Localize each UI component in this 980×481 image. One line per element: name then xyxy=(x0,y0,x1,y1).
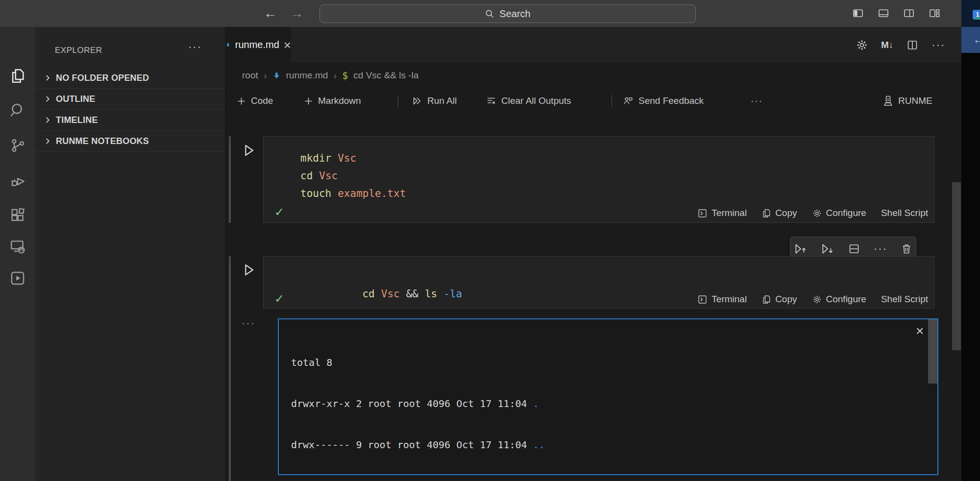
send-feedback-button[interactable]: Send Feedback xyxy=(622,88,704,114)
tab-label: runme.md xyxy=(235,39,279,50)
history-back-icon[interactable]: ← xyxy=(264,4,277,22)
tab-runme-md[interactable]: runme.md × xyxy=(225,27,291,63)
runme-logo-icon xyxy=(882,95,894,107)
output-line: -rw-r--r-- 1 root root 0 Oct 17 11:04 ex… xyxy=(291,479,598,481)
output-more-actions-icon[interactable]: ··· xyxy=(242,317,255,330)
output-scrollbar[interactable] xyxy=(928,319,937,384)
shell-symbol: $ xyxy=(342,70,348,81)
play-icon xyxy=(241,142,257,159)
run-debug-icon[interactable] xyxy=(0,165,35,198)
notebook-scrollbar[interactable] xyxy=(952,182,961,350)
gear-icon xyxy=(812,208,822,218)
run-all-button[interactable]: Run All xyxy=(411,88,457,114)
cell-language-label[interactable]: Shell Script xyxy=(881,294,928,305)
markdown-preview-icon[interactable]: M↓ xyxy=(881,40,893,50)
toolbar-more-actions-icon[interactable]: ··· xyxy=(751,88,763,114)
activity-bar xyxy=(0,27,35,481)
close-output-icon[interactable]: × xyxy=(916,323,924,339)
delete-cell-icon[interactable] xyxy=(901,243,912,255)
sidebar-section-runme-notebooks[interactable]: RUNME NOTEBOOKS xyxy=(35,131,225,152)
sidebar-section-timeline[interactable]: TIMELINE xyxy=(35,110,225,131)
toggle-panel-icon[interactable] xyxy=(877,7,890,19)
runme-file-icon xyxy=(225,40,231,50)
success-check-icon: ✓ xyxy=(274,292,284,306)
tab-bar: runme.md × M↓ ··· xyxy=(225,27,961,63)
add-code-cell-button[interactable]: Code xyxy=(236,88,273,114)
run-cell-button[interactable] xyxy=(241,262,257,278)
customize-layout-icon[interactable] xyxy=(928,7,941,19)
split-editor-icon[interactable] xyxy=(906,39,919,51)
editor-group: runme.md × M↓ ··· root › xyxy=(225,27,961,481)
run-cell-button[interactable] xyxy=(241,142,257,159)
notebook-toolbar: Code Markdown Run All Clear All Outputs xyxy=(225,88,961,114)
code-cell[interactable]: cdVsc&&ls-la ✓ Terminal Copy xyxy=(263,256,934,309)
run-cells-above-icon[interactable] xyxy=(794,242,808,255)
toolbar-divider xyxy=(398,95,398,107)
breadcrumb-command[interactable]: cd Vsc && ls -la xyxy=(353,70,418,81)
title-bar: ← → Search xyxy=(0,0,961,27)
toolbar-divider xyxy=(612,95,612,107)
sidebar-more-actions-icon[interactable]: ··· xyxy=(188,41,202,53)
source-control-icon[interactable] xyxy=(0,129,35,162)
copy-icon xyxy=(761,208,771,218)
run-cells-below-icon[interactable] xyxy=(821,242,834,255)
terminal-button[interactable]: Terminal xyxy=(697,208,747,218)
copy-button[interactable]: Copy xyxy=(761,294,797,305)
toggle-primary-sidebar-icon[interactable] xyxy=(852,7,864,19)
extensions-icon[interactable] xyxy=(0,199,35,232)
code-cell[interactable]: mkdirVsc cdVsc touchexample.txt ✓ Termin… xyxy=(263,136,934,223)
search-label: Search xyxy=(499,8,530,20)
cell-status-bar: Terminal Copy xyxy=(697,294,928,305)
chevron-right-icon xyxy=(43,73,52,82)
breadcrumb-root[interactable]: root xyxy=(242,70,258,81)
command-center-search[interactable]: Search xyxy=(319,4,696,23)
search-sidebar-icon[interactable] xyxy=(0,94,35,127)
sidebar-section-outline[interactable]: OUTLINE xyxy=(35,89,225,110)
success-check-icon: ✓ xyxy=(274,205,284,219)
history-forward-icon[interactable]: → xyxy=(290,4,303,22)
gear-icon[interactable] xyxy=(856,39,868,51)
output-line: drwx------ 9 root root 4096 Oct 17 11:04… xyxy=(291,438,598,452)
copy-button[interactable]: Copy xyxy=(761,208,797,218)
sidebar-section-no-folder-opened[interactable]: NO FOLDER OPENED xyxy=(35,68,225,89)
remote-explorer-icon[interactable] xyxy=(0,230,35,263)
feedback-icon xyxy=(622,96,634,106)
calendar-icon: 1 xyxy=(973,10,980,20)
cell-code[interactable]: cdVsc&&ls-la xyxy=(300,267,462,320)
plus-icon xyxy=(303,96,314,106)
clear-all-icon xyxy=(486,96,497,106)
cell-status-bar: Terminal Copy xyxy=(697,208,928,218)
chevron-icon: › xyxy=(264,70,267,81)
notebook-area: mkdirVsc cdVsc touchexample.txt ✓ Termin… xyxy=(225,114,961,481)
search-icon xyxy=(485,9,494,19)
terminal-button[interactable]: Terminal xyxy=(697,294,747,305)
tab-close-icon[interactable]: × xyxy=(284,40,291,50)
runme-brand-button[interactable]: RUNME xyxy=(882,88,932,114)
adjacent-window-edge: 1 ← xyxy=(961,0,980,481)
toggle-secondary-sidebar-icon[interactable] xyxy=(903,7,915,19)
chevron-right-icon xyxy=(43,137,52,145)
output-line: total 8 xyxy=(291,356,598,369)
cell-code[interactable]: mkdirVsc cdVsc touchexample.txt xyxy=(300,149,406,202)
chevron-right-icon xyxy=(43,116,52,124)
editor-more-actions-icon[interactable]: ··· xyxy=(931,39,945,51)
runme-notebooks-icon[interactable] xyxy=(0,262,35,295)
explorer-icon[interactable] xyxy=(0,59,35,93)
split-cell-icon[interactable] xyxy=(848,243,860,255)
terminal-output-text: total 8 drwxr-xr-x 2 root root 4096 Oct … xyxy=(291,328,598,481)
cell-more-actions-icon[interactable]: ··· xyxy=(874,242,887,255)
chevron-icon: › xyxy=(333,70,337,81)
cell-focus-indicator xyxy=(229,256,231,481)
gear-icon xyxy=(812,294,822,305)
terminal-output[interactable]: total 8 drwxr-xr-x 2 root root 4096 Oct … xyxy=(278,318,938,475)
add-markdown-cell-button[interactable]: Markdown xyxy=(303,88,361,114)
configure-button[interactable]: Configure xyxy=(812,294,866,305)
plus-icon xyxy=(236,96,246,106)
browser-back-icon: ← xyxy=(973,32,980,47)
run-all-icon xyxy=(411,96,423,106)
configure-button[interactable]: Configure xyxy=(812,208,866,218)
clear-all-outputs-button[interactable]: Clear All Outputs xyxy=(486,88,571,114)
output-line: drwxr-xr-x 2 root root 4096 Oct 17 11:04… xyxy=(291,397,598,410)
cell-language-label[interactable]: Shell Script xyxy=(881,208,928,218)
breadcrumb-file[interactable]: runme.md xyxy=(286,70,328,81)
